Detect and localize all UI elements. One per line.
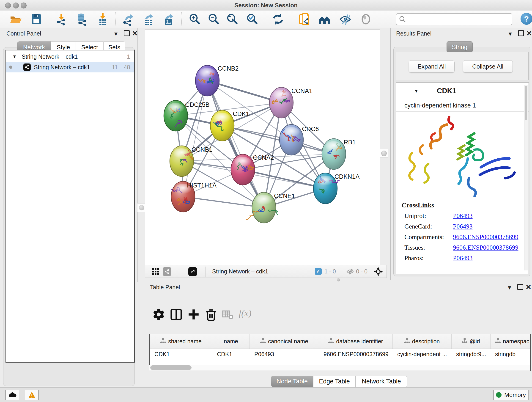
results-vertical-scrollbar[interactable] (524, 85, 528, 270)
column-header[interactable]: description (393, 334, 452, 349)
panel-dropdown-icon[interactable]: ▼ (113, 31, 119, 37)
birdseye-grid-icon[interactable] (152, 268, 159, 275)
table-panel-title: Table Panel (150, 284, 180, 291)
zoom-selected-icon[interactable] (246, 13, 259, 26)
right-splitter-handle[interactable] (380, 149, 388, 158)
network-collection-row[interactable]: ▼ String Network – cdk1 1 (6, 51, 134, 62)
crosslink-link[interactable]: P06493 (453, 223, 473, 230)
network-node[interactable]: CDC25B (164, 100, 210, 131)
network-node-count: 11 (112, 64, 118, 70)
network-node[interactable]: RB1 (322, 139, 356, 169)
panel-close-icon[interactable]: ✕ (526, 285, 531, 289)
tab-edge-table[interactable]: Edge Table (313, 376, 355, 387)
column-header[interactable]: canonical name (250, 334, 319, 349)
delete-column-icon[interactable] (204, 308, 218, 321)
crosslink-link[interactable]: P06493 (453, 254, 473, 262)
delete-table-icon-disabled (222, 308, 234, 321)
memory-button[interactable]: Memory (493, 390, 529, 400)
zoom-fit-icon[interactable] (226, 13, 239, 26)
crosslink-label: GeneCard: (404, 223, 453, 230)
network-node[interactable]: CDC6 (279, 124, 319, 155)
show-columns-icon[interactable] (170, 308, 183, 321)
table-options-gear-icon[interactable] (152, 308, 165, 321)
results-panel-title: Results Panel (396, 30, 431, 37)
crosslink-link[interactable]: 9606.ENSP00000378699 (453, 244, 518, 251)
column-header[interactable]: namespac (491, 334, 531, 349)
selected-checkbox-icon[interactable]: ✓ (315, 268, 322, 275)
expand-all-button[interactable]: Expand All (409, 60, 455, 73)
search-input[interactable] (407, 15, 509, 23)
panel-float-icon[interactable] (517, 284, 523, 291)
network-node[interactable]: CCNB2 (196, 65, 239, 96)
export-table-icon[interactable] (142, 13, 155, 26)
column-type-icon (260, 338, 266, 345)
column-header[interactable]: database identifier (319, 334, 393, 349)
collapse-all-button[interactable]: Collapse All (463, 60, 513, 73)
import-network-icon[interactable] (55, 13, 68, 26)
table-cell[interactable]: stringdb (491, 351, 531, 357)
results-scrollbar-thumb[interactable] (525, 86, 527, 120)
crosslink-link[interactable]: 9606.ENSP00000378699 (453, 233, 518, 241)
add-column-icon[interactable] (187, 308, 200, 321)
panel-float-icon[interactable] (518, 30, 524, 38)
panel-dropdown-icon[interactable]: ▼ (507, 284, 512, 291)
inactive-eye-icon[interactable] (360, 13, 372, 26)
network-row-selected[interactable]: String Network – cdk1 11 48 (6, 62, 134, 72)
hide-selected-eye-icon[interactable] (339, 13, 352, 26)
export-network-icon[interactable] (122, 13, 135, 26)
network-node[interactable]: HIST1H1A (171, 181, 216, 212)
help-button[interactable]: ? (520, 13, 532, 25)
bottom-splitter-handle[interactable] (337, 278, 340, 281)
table-scrollbar-thumb[interactable] (150, 365, 191, 370)
table-horizontal-scrollbar[interactable] (149, 365, 530, 370)
zoom-out-icon[interactable] (207, 13, 220, 26)
tab-string[interactable]: String (447, 41, 473, 53)
table-cell[interactable]: CDK1 (150, 351, 212, 357)
tab-node-table[interactable]: Node Table (271, 376, 313, 387)
table-cell[interactable]: cyclin-dependent ... (393, 351, 452, 357)
refresh-view-icon[interactable] (272, 13, 284, 26)
export-image-icon[interactable] (162, 13, 175, 26)
network-node[interactable]: CDKN1A (313, 173, 360, 204)
left-splitter-handle[interactable] (137, 203, 146, 212)
hidden-node-edge-count: 0 - 0 (356, 268, 367, 275)
panel-dropdown-icon[interactable]: ▼ (507, 31, 513, 37)
entry-expander-icon[interactable]: ▼ (414, 89, 418, 94)
cloud-button[interactable] (5, 390, 19, 400)
network-node[interactable]: CCNB1 (170, 146, 213, 177)
column-header[interactable]: shared name (150, 334, 212, 349)
table-panel: Table Panel ▼ ✕ f(x) shared namenamecano… (138, 282, 532, 388)
network-edge[interactable] (243, 170, 325, 188)
node-table-header: shared namenamecanonical namedatabase id… (150, 334, 530, 349)
panel-float-icon[interactable] (124, 30, 130, 38)
fit-selected-crosshair-icon[interactable] (373, 267, 383, 277)
import-network-from-database-icon[interactable] (76, 13, 89, 26)
tab-network-table[interactable]: Network Table (355, 376, 407, 387)
column-header[interactable]: name (212, 334, 250, 349)
table-row[interactable]: CDK1CDK1P064939606.ENSP00000378699cyclin… (150, 349, 530, 359)
node-label: CCNE1 (274, 192, 295, 199)
crosslink-link[interactable]: P06493 (453, 212, 473, 220)
table-cell[interactable]: 9606.ENSP00000378699 (319, 351, 393, 357)
network-node[interactable]: CCNA2 (231, 154, 274, 185)
panel-close-icon[interactable]: ✕ (526, 31, 532, 36)
share-document-icon[interactable] (298, 13, 311, 26)
panel-close-icon[interactable]: ✕ (132, 31, 138, 36)
table-cell[interactable]: P06493 (250, 351, 319, 357)
home-icon[interactable] (318, 13, 331, 26)
entry-header[interactable]: ▼ CDK1 (396, 83, 529, 99)
network-node[interactable]: CDK1 (210, 110, 249, 141)
open-session-icon[interactable] (9, 13, 22, 26)
warnings-button[interactable] (25, 390, 39, 400)
open-external-icon[interactable] (188, 267, 197, 276)
tree-expander-icon[interactable]: ▼ (12, 54, 17, 59)
network-edge-count: 48 (124, 64, 130, 70)
table-cell[interactable]: CDK1 (212, 351, 250, 357)
column-header[interactable]: @id (452, 334, 491, 349)
import-table-icon[interactable] (96, 13, 109, 26)
network-canvas[interactable]: CCNB2CCNA1CDC25BCDK1CDC6RB1CCNB1CCNA2CDK… (145, 29, 380, 265)
save-session-icon[interactable] (30, 13, 43, 26)
zoom-in-icon[interactable] (188, 13, 201, 26)
table-cell[interactable]: stringdb:9... (452, 351, 491, 357)
network-node[interactable]: CCNA1 (269, 87, 312, 118)
